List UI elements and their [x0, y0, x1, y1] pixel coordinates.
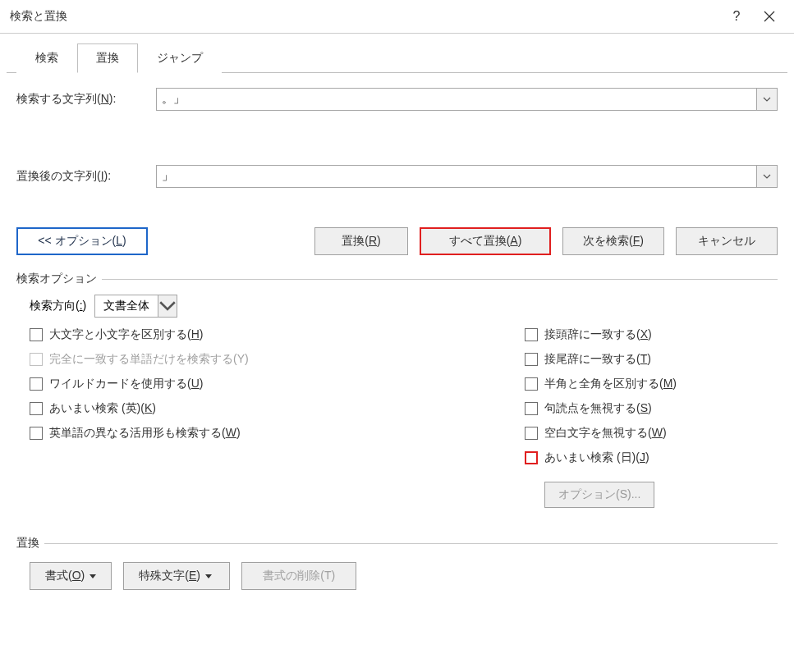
- checkbox-icon: [525, 353, 538, 366]
- tab-search[interactable]: 検索: [16, 43, 77, 73]
- options-right-column: 接頭辞に一致する(X) 接尾辞に一致する(T) 半角と全角を区別する(M) 句読…: [525, 327, 771, 508]
- checkbox-icon: [525, 328, 538, 341]
- sounds-like-jp-checkbox[interactable]: あいまい検索 (日)(J): [525, 450, 771, 465]
- wildcards-checkbox[interactable]: ワイルドカードを使用する(U): [30, 377, 249, 391]
- tab-strip: 検索 置換 ジャンプ: [16, 43, 787, 73]
- replace-input[interactable]: [156, 165, 756, 188]
- replace-dropdown[interactable]: [756, 165, 778, 188]
- replace-group-title: 置換: [16, 536, 778, 551]
- find-next-button[interactable]: 次を検索(F): [562, 227, 664, 255]
- options-toggle-button[interactable]: << オプション(L): [16, 227, 148, 255]
- ignore-whitespace-checkbox[interactable]: 空白文字を無視する(W): [525, 426, 771, 441]
- find-label: 検索する文字列(N):: [16, 92, 156, 107]
- direction-dropdown[interactable]: [158, 295, 177, 318]
- special-button[interactable]: 特殊文字(E): [123, 562, 230, 590]
- svg-marker-2: [89, 574, 96, 578]
- checkbox-icon: [525, 427, 538, 440]
- search-options-title: 検索オプション: [16, 272, 778, 286]
- direction-label: 検索方向(:): [30, 299, 86, 313]
- checkbox-icon: [525, 402, 538, 415]
- match-width-checkbox[interactable]: 半角と全角を区別する(M): [525, 377, 771, 391]
- format-button[interactable]: 書式(O): [30, 562, 112, 590]
- replace-combo: [156, 165, 778, 188]
- help-button[interactable]: ?: [720, 0, 753, 33]
- close-icon: [764, 11, 775, 22]
- jp-options-button: オプション(S)...: [544, 482, 654, 508]
- replace-all-button[interactable]: すべて置換(A): [420, 227, 551, 255]
- direction-value: 文書全体: [94, 295, 158, 318]
- chevron-down-icon: [158, 300, 177, 311]
- close-button[interactable]: [753, 0, 786, 33]
- match-case-checkbox[interactable]: 大文字と小文字を区別する(H): [30, 327, 249, 342]
- replace-label: 置換後の文字列(I):: [16, 169, 156, 184]
- chevron-down-icon: [89, 574, 96, 578]
- match-prefix-checkbox[interactable]: 接頭辞に一致する(X): [525, 327, 771, 342]
- window-title: 検索と置換: [10, 9, 720, 24]
- main-button-row: << オプション(L) 置換(R) すべて置換(A) 次を検索(F) キャンセル: [7, 193, 787, 267]
- cancel-button[interactable]: キャンセル: [676, 227, 778, 255]
- checkbox-icon: [30, 353, 43, 366]
- chevron-down-icon: [205, 574, 212, 578]
- word-forms-checkbox[interactable]: 英単語の異なる活用形も検索する(W): [30, 426, 249, 441]
- direction-select[interactable]: 文書全体: [94, 295, 177, 318]
- svg-marker-3: [205, 574, 212, 578]
- replace-button[interactable]: 置換(R): [314, 227, 408, 255]
- checkbox-icon: [30, 377, 43, 391]
- tab-jump[interactable]: ジャンプ: [138, 43, 222, 73]
- options-left-column: 大文字と小文字を区別する(H) 完全に一致する単語だけを検索する(Y) ワイルド…: [30, 327, 249, 508]
- checkbox-icon: [30, 427, 43, 440]
- find-input[interactable]: [156, 88, 756, 111]
- match-suffix-checkbox[interactable]: 接尾辞に一致する(T): [525, 352, 771, 367]
- titlebar-divider: [0, 33, 794, 34]
- chevron-down-icon: [763, 97, 771, 102]
- search-options-group: 検索オプション 検索方向(:) 文書全体 大文字と小文字を区別する(H) 完全に…: [16, 272, 778, 513]
- checkbox-icon: [30, 402, 43, 415]
- find-combo: [156, 88, 778, 111]
- no-formatting-button: 書式の削除(T): [241, 562, 356, 590]
- title-bar: 検索と置換 ?: [0, 0, 794, 33]
- ignore-punct-checkbox[interactable]: 句読点を無視する(S): [525, 401, 771, 416]
- find-dropdown[interactable]: [756, 88, 778, 111]
- whole-words-checkbox: 完全に一致する単語だけを検索する(Y): [30, 352, 249, 367]
- find-row: 検索する文字列(N):: [16, 88, 778, 111]
- checkbox-icon: [525, 451, 538, 464]
- checkbox-icon: [525, 377, 538, 391]
- direction-row: 検索方向(:) 文書全体: [30, 295, 771, 318]
- replace-group: 置換 書式(O) 特殊文字(E) 書式の削除(T): [16, 536, 778, 590]
- replace-row: 置換後の文字列(I):: [16, 165, 778, 188]
- sounds-like-en-checkbox[interactable]: あいまい検索 (英)(K): [30, 401, 249, 416]
- chevron-down-icon: [763, 174, 771, 179]
- tab-replace[interactable]: 置換: [77, 43, 138, 73]
- checkbox-icon: [30, 328, 43, 341]
